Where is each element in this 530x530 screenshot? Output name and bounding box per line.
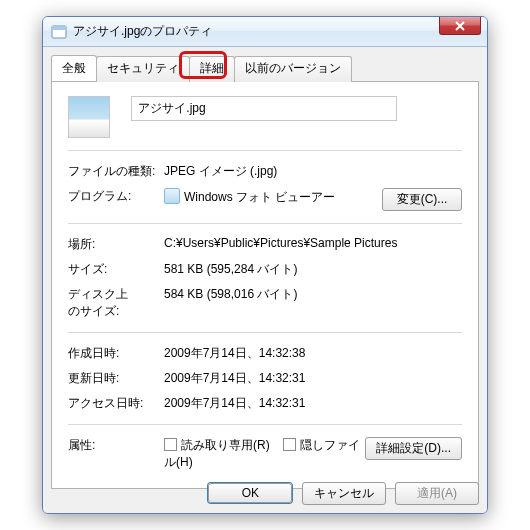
tab-security[interactable]: セキュリティ [96,56,190,82]
value-modified: 2009年7月14日、14:32:31 [164,370,462,387]
row-filetype: ファイルの種類: JPEG イメージ (.jpg) [68,163,462,180]
titlebar[interactable]: アジサイ.jpgのプロパティ [43,17,487,47]
value-filetype: JPEG イメージ (.jpg) [164,163,462,180]
row-modified: 更新日時: 2009年7月14日、14:32:31 [68,370,462,387]
label-created: 作成日時: [68,345,164,362]
ok-button[interactable]: OK [208,483,292,503]
file-header: アジサイ.jpg [68,96,462,138]
value-attributes: 読み取り専用(R) 隠しファイル(H) [164,437,365,471]
checkbox-icon [283,438,296,451]
label-location: 場所: [68,236,164,253]
label-attributes: 属性: [68,437,164,471]
separator [68,223,462,224]
label-filetype: ファイルの種類: [68,163,164,180]
row-created: 作成日時: 2009年7月14日、14:32:38 [68,345,462,362]
value-size-on-disk: 584 KB (598,016 バイト) [164,286,462,320]
value-accessed: 2009年7月14日、14:32:31 [164,395,462,412]
apply-button[interactable]: 適用(A) [395,482,479,505]
label-size-on-disk: ディスク上 のサイズ: [68,286,164,320]
program-icon [164,188,180,204]
close-button[interactable] [439,17,481,35]
tab-previous-versions[interactable]: 以前のバージョン [234,56,352,82]
label-modified: 更新日時: [68,370,164,387]
readonly-checkbox[interactable]: 読み取り専用(R) [164,438,270,452]
svg-rect-1 [52,26,66,30]
dialog-footer: OK キャンセル 適用(A) [51,482,479,505]
tabbar: 全般 セキュリティ 詳細 以前のバージョン [51,55,479,81]
separator [68,332,462,333]
row-program: プログラム: Windows フォト ビューアー 変更(C)... [68,188,462,211]
tab-general[interactable]: 全般 [51,55,97,81]
row-accessed: アクセス日時: 2009年7月14日、14:32:31 [68,395,462,412]
tab-details[interactable]: 詳細 [189,56,235,82]
separator [68,424,462,425]
label-accessed: アクセス日時: [68,395,164,412]
row-attributes: 属性: 読み取り専用(R) 隠しファイル(H) 詳細設定(D)... [68,437,462,471]
checkbox-icon [164,438,177,451]
close-icon [455,21,465,31]
row-size: サイズ: 581 KB (595,284 バイト) [68,261,462,278]
value-location: C:¥Users¥Public¥Pictures¥Sample Pictures [164,236,462,253]
filename-input[interactable]: アジサイ.jpg [131,96,397,121]
change-program-button[interactable]: 変更(C)... [382,188,462,211]
dialog-body: 全般 セキュリティ 詳細 以前のバージョン アジサイ.jpg ファイルの種類: … [43,47,487,513]
window-icon [51,24,67,40]
file-thumbnail [68,96,110,138]
properties-dialog: アジサイ.jpgのプロパティ 全般 セキュリティ 詳細 以前のバージョン アジサ… [42,16,488,514]
tab-panel-general: アジサイ.jpg ファイルの種類: JPEG イメージ (.jpg) プログラム… [51,81,479,489]
row-size-on-disk: ディスク上 のサイズ: 584 KB (598,016 バイト) [68,286,462,320]
value-created: 2009年7月14日、14:32:38 [164,345,462,362]
separator [68,150,462,151]
advanced-attributes-button[interactable]: 詳細設定(D)... [365,437,462,460]
row-location: 場所: C:¥Users¥Public¥Pictures¥Sample Pict… [68,236,462,253]
value-program: Windows フォト ビューアー [164,188,382,211]
label-program: プログラム: [68,188,164,211]
cancel-button[interactable]: キャンセル [302,482,386,505]
value-size: 581 KB (595,284 バイト) [164,261,462,278]
label-size: サイズ: [68,261,164,278]
window-title: アジサイ.jpgのプロパティ [73,23,212,40]
